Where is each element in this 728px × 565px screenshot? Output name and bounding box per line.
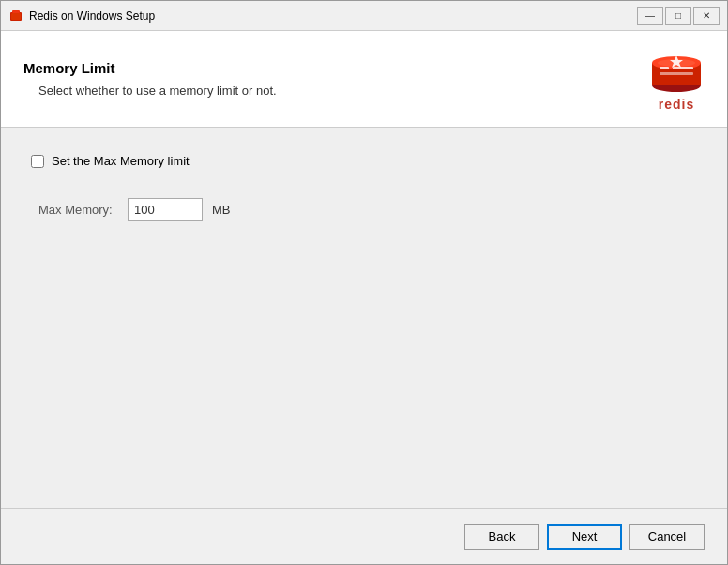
back-button[interactable]: Back [464, 524, 539, 550]
content: Set the Max Memory limit Max Memory: MB [1, 128, 727, 508]
title-bar-title: Redis on Windows Setup [29, 9, 631, 23]
footer: Back Next Cancel [1, 508, 727, 564]
svg-rect-9 [660, 72, 693, 75]
window: Redis on Windows Setup — □ ✕ Memory Limi… [0, 0, 728, 565]
svg-rect-1 [12, 10, 20, 13]
header-text: Memory Limit Select whether to use a mem… [23, 60, 648, 98]
title-bar-controls: — □ ✕ [637, 7, 720, 25]
memory-row: Max Memory: MB [38, 198, 697, 221]
minimize-button[interactable]: — [637, 7, 663, 25]
redis-logo: redis [648, 46, 705, 112]
max-memory-checkbox[interactable] [31, 155, 44, 168]
checkbox-label[interactable]: Set the Max Memory limit [52, 154, 190, 168]
redis-icon [648, 46, 705, 95]
svg-rect-8 [673, 67, 693, 69]
title-bar-icon [8, 8, 23, 23]
header: Memory Limit Select whether to use a mem… [1, 31, 727, 128]
svg-rect-7 [660, 67, 669, 69]
memory-input[interactable] [128, 198, 203, 221]
svg-rect-2 [11, 13, 21, 20]
memory-unit: MB [212, 203, 231, 217]
close-button[interactable]: ✕ [693, 7, 720, 25]
redis-label-text: redis [659, 97, 694, 112]
restore-button[interactable]: □ [665, 7, 691, 25]
cancel-button[interactable]: Cancel [629, 524, 705, 550]
checkbox-row: Set the Max Memory limit [31, 154, 697, 168]
header-title: Memory Limit [23, 60, 648, 76]
header-subtitle: Select whether to use a memory limit or … [38, 84, 648, 98]
title-bar: Redis on Windows Setup — □ ✕ [1, 1, 727, 31]
memory-label: Max Memory: [38, 203, 118, 217]
next-button[interactable]: Next [547, 524, 622, 550]
